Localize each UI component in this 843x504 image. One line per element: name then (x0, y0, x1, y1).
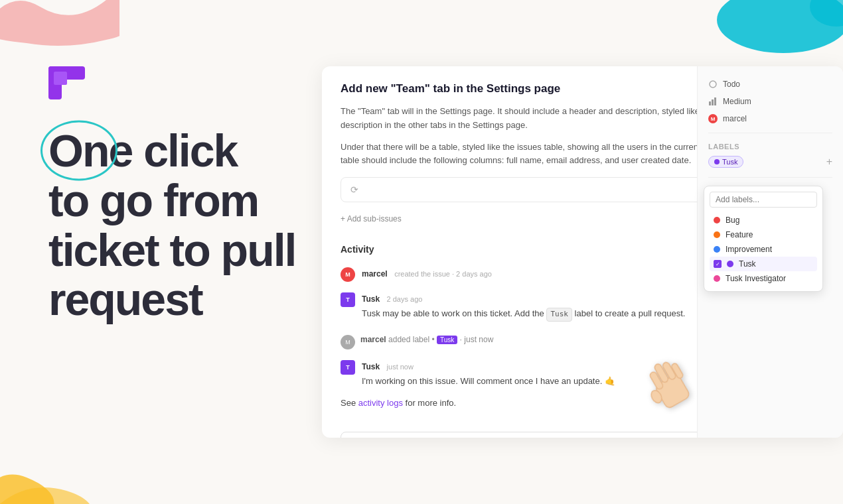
hero-line3: ticket to pull (48, 225, 327, 275)
decorative-blob-top-left (0, 0, 119, 46)
sidebar-status-row[interactable]: Todo (708, 80, 832, 89)
avatar-marcel-action: M (341, 335, 355, 349)
sidebar-priority-value: Medium (723, 97, 751, 106)
feature-dot (714, 231, 720, 238)
tusk-dot-option (727, 261, 733, 267)
hero-line1-highlight: One click (48, 126, 237, 176)
labels-dropdown: Bug Feature Improvement ✓ Tusk Tusk Inve… (704, 186, 823, 292)
label-feature-text: Feature (726, 230, 753, 239)
label-tusk-investigator-text: Tusk Investigator (726, 274, 786, 283)
hero-line4: request (48, 275, 327, 324)
decorative-blob-top-right (664, 0, 843, 60)
activity-user-tusk-2: Tusk (362, 362, 380, 371)
label-tusk-text: Tusk (739, 259, 756, 269)
tusk-label-added: Tusk (437, 336, 457, 344)
activity-action-text: marcel added label • Tusk · just now (360, 335, 493, 349)
svg-line-19 (666, 381, 667, 383)
tusk-label-text: Tusk (722, 158, 737, 166)
status-circle-icon (708, 80, 718, 89)
sidebar-labels-heading: Labels (708, 143, 832, 151)
label-option-tusk[interactable]: ✓ Tusk (710, 257, 817, 271)
svg-rect-8 (714, 97, 716, 105)
sub-section-icons: ⟳ (350, 184, 358, 195)
assignee-avatar-icon: M (708, 114, 718, 123)
add-label-button[interactable]: + (826, 156, 832, 168)
improvement-dot (714, 246, 720, 253)
svg-rect-4 (54, 72, 67, 85)
tusk-label-dot (714, 159, 720, 164)
svg-rect-6 (709, 101, 711, 105)
sidebar-assignee-row[interactable]: M marcel (708, 114, 832, 123)
action-time: just now (464, 335, 493, 344)
tusk-badge-inline: Tusk (546, 308, 572, 322)
tusk-logo-icon (48, 66, 85, 99)
sidebar-tusk-label-row[interactable]: Tusk + (708, 156, 832, 168)
activity-time-tusk-2: just now (387, 363, 414, 371)
activity-time-1: created the issue · 2 days ago (394, 270, 492, 278)
hero-text: One click to go from ticket to pull requ… (48, 126, 327, 324)
tusk-investigator-dot (714, 275, 720, 282)
ui-mock-panel: Add new "Team" tab in the Settings page … (322, 66, 843, 438)
svg-rect-7 (712, 99, 714, 105)
sidebar-divider-2 (708, 177, 832, 178)
avatar-marcel-1: M (341, 267, 355, 282)
label-option-bug[interactable]: Bug (710, 213, 817, 227)
left-panel: One click to go from ticket to pull requ… (48, 66, 327, 324)
svg-point-5 (710, 81, 716, 88)
sidebar-divider-1 (708, 133, 832, 133)
label-option-tusk-investigator[interactable]: Tusk Investigator (710, 271, 817, 286)
activity-time-tusk-1: 2 days ago (387, 295, 423, 303)
tusk-label-chip: Tusk (708, 156, 743, 168)
label-option-feature[interactable]: Feature (710, 227, 817, 242)
bug-dot (714, 217, 720, 223)
label-bug-text: Bug (726, 216, 739, 225)
label-improvement-text: Improvement (726, 245, 772, 254)
decorative-blob-bottom-left (0, 411, 133, 504)
avatar-tusk-2: T (341, 360, 355, 375)
label-option-improvement[interactable]: Improvement (710, 242, 817, 257)
hero-line2: to go from (48, 176, 327, 225)
tusk-checkbox: ✓ (714, 260, 722, 268)
activity-user-1: marcel (362, 269, 388, 279)
activity-logs-link[interactable]: activity logs (358, 398, 403, 408)
priority-chart-icon (708, 97, 718, 106)
activity-label: Activity (341, 244, 374, 255)
sidebar-assignee-value: marcel (723, 114, 747, 123)
logo-container (48, 66, 327, 99)
svg-line-18 (660, 387, 660, 388)
labels-search-input[interactable] (710, 192, 817, 208)
sidebar-priority-row[interactable]: Medium (708, 97, 832, 106)
action-user: marcel (360, 335, 386, 344)
sidebar-status-value: Todo (723, 80, 740, 89)
activity-user-tusk-1: Tusk (362, 294, 380, 304)
avatar-tusk-1: T (341, 292, 355, 307)
cycle-icon: ⟳ (350, 184, 358, 195)
